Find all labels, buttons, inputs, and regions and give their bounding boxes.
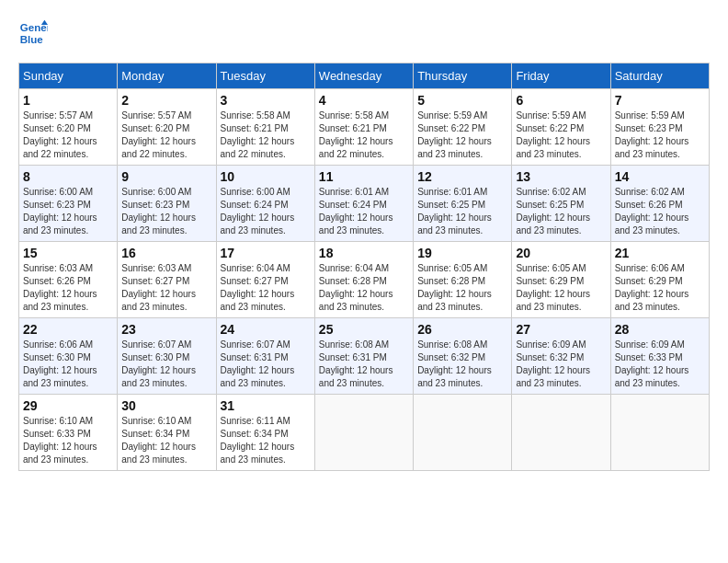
day-number: 24 bbox=[221, 322, 311, 337]
table-row: 23 Sunrise: 6:07 AM Sunset: 6:30 PM Dayl… bbox=[118, 318, 216, 395]
weekday-header: Friday bbox=[512, 63, 610, 89]
day-info: Sunrise: 6:08 AM Sunset: 6:32 PM Dayligh… bbox=[417, 339, 507, 390]
day-info: Sunrise: 6:03 AM Sunset: 6:27 PM Dayligh… bbox=[121, 262, 211, 314]
calendar-row: 22 Sunrise: 6:06 AM Sunset: 6:30 PM Dayl… bbox=[19, 318, 710, 395]
logo: General Blue bbox=[18, 18, 48, 48]
day-info: Sunrise: 6:00 AM Sunset: 6:23 PM Dayligh… bbox=[121, 186, 211, 237]
day-number: 19 bbox=[417, 246, 507, 260]
day-number: 12 bbox=[417, 169, 507, 184]
table-row: 5 Sunrise: 5:59 AM Sunset: 6:22 PM Dayli… bbox=[414, 89, 512, 166]
header-row: SundayMondayTuesdayWednesdayThursdayFrid… bbox=[19, 63, 710, 89]
day-info: Sunrise: 6:01 AM Sunset: 6:24 PM Dayligh… bbox=[319, 186, 409, 237]
day-info: Sunrise: 5:58 AM Sunset: 6:21 PM Dayligh… bbox=[221, 109, 311, 161]
table-row: 13 Sunrise: 6:02 AM Sunset: 6:25 PM Dayl… bbox=[512, 166, 610, 242]
table-row: 8 Sunrise: 6:00 AM Sunset: 6:23 PM Dayli… bbox=[19, 166, 118, 242]
table-row: 20 Sunrise: 6:05 AM Sunset: 6:29 PM Dayl… bbox=[512, 242, 610, 318]
day-number: 23 bbox=[121, 322, 211, 337]
day-number: 15 bbox=[23, 246, 113, 260]
table-row: 25 Sunrise: 6:08 AM Sunset: 6:31 PM Dayl… bbox=[314, 318, 413, 395]
table-row: 3 Sunrise: 5:58 AM Sunset: 6:21 PM Dayli… bbox=[216, 89, 314, 166]
table-row: 19 Sunrise: 6:05 AM Sunset: 6:28 PM Dayl… bbox=[414, 242, 512, 318]
table-row: 21 Sunrise: 6:06 AM Sunset: 6:29 PM Dayl… bbox=[610, 242, 709, 318]
day-number: 2 bbox=[121, 93, 211, 108]
day-info: Sunrise: 6:09 AM Sunset: 6:33 PM Dayligh… bbox=[615, 339, 705, 390]
day-info: Sunrise: 5:59 AM Sunset: 6:22 PM Dayligh… bbox=[417, 109, 507, 161]
day-info: Sunrise: 5:59 AM Sunset: 6:23 PM Dayligh… bbox=[615, 109, 705, 161]
weekday-header: Wednesday bbox=[314, 63, 413, 89]
day-info: Sunrise: 6:04 AM Sunset: 6:28 PM Dayligh… bbox=[319, 262, 409, 314]
table-row: 15 Sunrise: 6:03 AM Sunset: 6:26 PM Dayl… bbox=[19, 242, 118, 318]
table-row: 4 Sunrise: 5:58 AM Sunset: 6:21 PM Dayli… bbox=[314, 89, 413, 166]
table-row: 22 Sunrise: 6:06 AM Sunset: 6:30 PM Dayl… bbox=[19, 318, 118, 395]
table-row: 1 Sunrise: 5:57 AM Sunset: 6:20 PM Dayli… bbox=[19, 89, 118, 166]
day-number: 13 bbox=[516, 169, 606, 184]
calendar-row: 15 Sunrise: 6:03 AM Sunset: 6:26 PM Dayl… bbox=[19, 242, 710, 318]
table-row: 10 Sunrise: 6:00 AM Sunset: 6:24 PM Dayl… bbox=[216, 166, 314, 242]
day-info: Sunrise: 6:05 AM Sunset: 6:28 PM Dayligh… bbox=[417, 262, 507, 314]
day-info: Sunrise: 5:57 AM Sunset: 6:20 PM Dayligh… bbox=[121, 109, 211, 161]
day-info: Sunrise: 6:07 AM Sunset: 6:30 PM Dayligh… bbox=[121, 339, 211, 390]
day-number: 30 bbox=[121, 398, 211, 413]
day-number: 22 bbox=[23, 322, 113, 337]
day-number: 16 bbox=[121, 246, 211, 260]
day-number: 10 bbox=[221, 169, 311, 184]
day-number: 20 bbox=[516, 246, 606, 260]
table-row: 27 Sunrise: 6:09 AM Sunset: 6:32 PM Dayl… bbox=[512, 318, 610, 395]
table-row: 11 Sunrise: 6:01 AM Sunset: 6:24 PM Dayl… bbox=[314, 166, 413, 242]
table-row: 2 Sunrise: 5:57 AM Sunset: 6:20 PM Dayli… bbox=[118, 89, 216, 166]
table-row: 18 Sunrise: 6:04 AM Sunset: 6:28 PM Dayl… bbox=[314, 242, 413, 318]
calendar-table: SundayMondayTuesdayWednesdayThursdayFrid… bbox=[18, 63, 710, 471]
table-row: 7 Sunrise: 5:59 AM Sunset: 6:23 PM Dayli… bbox=[610, 89, 709, 166]
day-info: Sunrise: 5:58 AM Sunset: 6:21 PM Dayligh… bbox=[319, 109, 409, 161]
day-number: 17 bbox=[221, 246, 311, 260]
table-row: 17 Sunrise: 6:04 AM Sunset: 6:27 PM Dayl… bbox=[216, 242, 314, 318]
day-number: 11 bbox=[319, 169, 409, 184]
day-number: 5 bbox=[417, 93, 507, 108]
table-row: 14 Sunrise: 6:02 AM Sunset: 6:26 PM Dayl… bbox=[610, 166, 709, 242]
day-number: 27 bbox=[516, 322, 606, 337]
weekday-header: Monday bbox=[118, 63, 216, 89]
table-row: 16 Sunrise: 6:03 AM Sunset: 6:27 PM Dayl… bbox=[118, 242, 216, 318]
day-info: Sunrise: 6:02 AM Sunset: 6:26 PM Dayligh… bbox=[615, 186, 705, 237]
day-number: 8 bbox=[23, 169, 113, 184]
day-number: 26 bbox=[417, 322, 507, 337]
day-info: Sunrise: 6:10 AM Sunset: 6:33 PM Dayligh… bbox=[23, 415, 113, 466]
header: General Blue bbox=[18, 18, 710, 48]
day-info: Sunrise: 5:59 AM Sunset: 6:22 PM Dayligh… bbox=[516, 109, 606, 161]
day-number: 14 bbox=[615, 169, 705, 184]
table-row: 29 Sunrise: 6:10 AM Sunset: 6:33 PM Dayl… bbox=[19, 395, 118, 471]
day-number: 4 bbox=[319, 93, 409, 108]
day-number: 28 bbox=[615, 322, 705, 337]
day-number: 7 bbox=[615, 93, 705, 108]
table-row bbox=[414, 395, 512, 471]
day-info: Sunrise: 6:04 AM Sunset: 6:27 PM Dayligh… bbox=[221, 262, 311, 314]
day-number: 9 bbox=[121, 169, 211, 184]
table-row: 28 Sunrise: 6:09 AM Sunset: 6:33 PM Dayl… bbox=[610, 318, 709, 395]
table-row: 24 Sunrise: 6:07 AM Sunset: 6:31 PM Dayl… bbox=[216, 318, 314, 395]
calendar-row: 8 Sunrise: 6:00 AM Sunset: 6:23 PM Dayli… bbox=[19, 166, 710, 242]
table-row: 9 Sunrise: 6:00 AM Sunset: 6:23 PM Dayli… bbox=[118, 166, 216, 242]
day-info: Sunrise: 6:02 AM Sunset: 6:25 PM Dayligh… bbox=[516, 186, 606, 237]
day-info: Sunrise: 5:57 AM Sunset: 6:20 PM Dayligh… bbox=[23, 109, 113, 161]
weekday-header: Saturday bbox=[610, 63, 709, 89]
day-number: 31 bbox=[221, 398, 311, 413]
day-info: Sunrise: 6:00 AM Sunset: 6:23 PM Dayligh… bbox=[23, 186, 113, 237]
day-info: Sunrise: 6:06 AM Sunset: 6:29 PM Dayligh… bbox=[615, 262, 705, 314]
day-info: Sunrise: 6:01 AM Sunset: 6:25 PM Dayligh… bbox=[417, 186, 507, 237]
weekday-header: Sunday bbox=[19, 63, 118, 89]
table-row: 31 Sunrise: 6:11 AM Sunset: 6:34 PM Dayl… bbox=[216, 395, 314, 471]
table-row: 30 Sunrise: 6:10 AM Sunset: 6:34 PM Dayl… bbox=[118, 395, 216, 471]
day-info: Sunrise: 6:05 AM Sunset: 6:29 PM Dayligh… bbox=[516, 262, 606, 314]
day-info: Sunrise: 6:03 AM Sunset: 6:26 PM Dayligh… bbox=[23, 262, 113, 314]
day-info: Sunrise: 6:07 AM Sunset: 6:31 PM Dayligh… bbox=[221, 339, 311, 390]
table-row bbox=[512, 395, 610, 471]
day-info: Sunrise: 6:00 AM Sunset: 6:24 PM Dayligh… bbox=[221, 186, 311, 237]
day-number: 25 bbox=[319, 322, 409, 337]
day-number: 6 bbox=[516, 93, 606, 108]
table-row bbox=[610, 395, 709, 471]
calendar-row: 29 Sunrise: 6:10 AM Sunset: 6:33 PM Dayl… bbox=[19, 395, 710, 471]
day-number: 1 bbox=[23, 93, 113, 108]
day-info: Sunrise: 6:11 AM Sunset: 6:34 PM Dayligh… bbox=[221, 415, 311, 466]
table-row bbox=[314, 395, 413, 471]
weekday-header: Thursday bbox=[414, 63, 512, 89]
